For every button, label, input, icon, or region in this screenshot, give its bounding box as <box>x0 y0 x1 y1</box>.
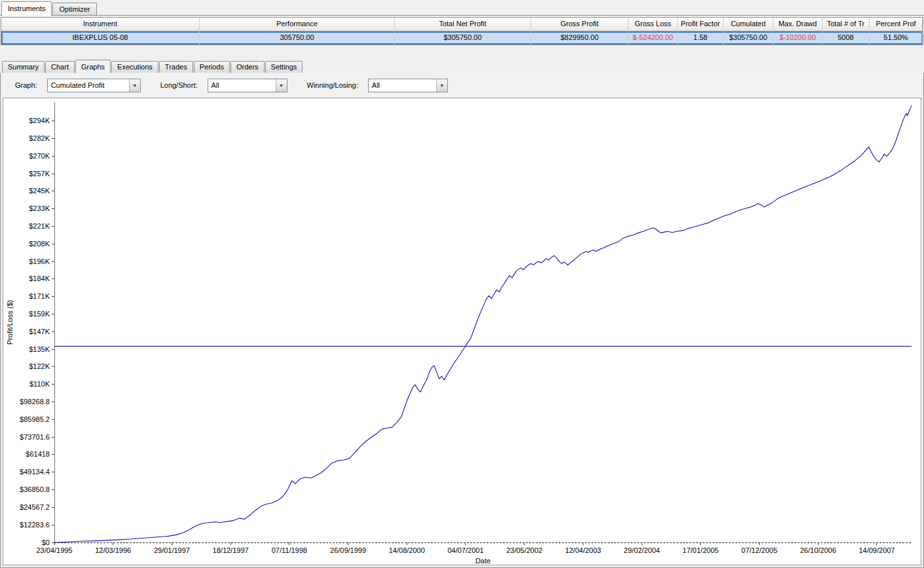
tab-optimizer[interactable]: Optimizer <box>52 3 96 15</box>
svg-text:26/09/1999: 26/09/1999 <box>330 546 366 554</box>
svg-text:23/05/2002: 23/05/2002 <box>506 546 542 554</box>
svg-text:12/03/1996: 12/03/1996 <box>95 546 131 554</box>
svg-text:14/09/2007: 14/09/2007 <box>859 546 895 554</box>
svg-text:Profit/Loss ($): Profit/Loss ($) <box>6 300 14 345</box>
chevron-down-icon[interactable]: ▼ <box>129 79 140 92</box>
tab-periods[interactable]: Periods <box>194 61 230 73</box>
instruments-table: Instrument Performance Total Net Profit … <box>1 17 923 45</box>
cell-instrument: IBEXPLUS 05-08 <box>1 31 200 45</box>
cumulated-profit-chart[interactable]: $0$12283.6$24567.2$36850.8$49134.4$61418… <box>3 98 921 565</box>
cell-performance: 305750.00 <box>200 31 395 45</box>
svg-text:29/02/2004: 29/02/2004 <box>624 546 660 554</box>
graph-label: Graph: <box>15 81 37 89</box>
column-header-gross-loss[interactable]: Gross Loss <box>629 18 678 31</box>
svg-text:$208K: $208K <box>29 240 50 248</box>
svg-text:$159K: $159K <box>29 310 50 318</box>
svg-text:$147K: $147K <box>29 328 50 335</box>
svg-text:$221K: $221K <box>29 222 50 230</box>
svg-text:17/01/2005: 17/01/2005 <box>682 546 718 554</box>
svg-text:23/04/1995: 23/04/1995 <box>36 546 72 554</box>
instruments-table-header: Instrument Performance Total Net Profit … <box>1 18 923 31</box>
spacer <box>0 45 924 59</box>
svg-text:$98268.8: $98268.8 <box>20 398 50 406</box>
cell-total-net-profit: $305750.00 <box>395 31 531 45</box>
cell-gross-profit: $829950.00 <box>531 31 629 45</box>
svg-text:14/08/2000: 14/08/2000 <box>389 546 425 554</box>
svg-text:$135K: $135K <box>29 345 50 353</box>
cell-max-drawdown: $-10200.00 <box>773 31 822 45</box>
svg-text:$85985.2: $85985.2 <box>20 415 50 423</box>
graphs-panel: Graph: Cumulated Profit ▼ Long/Short: Al… <box>0 72 924 568</box>
chart-area: $0$12283.6$24567.2$36850.8$49134.4$61418… <box>3 98 921 565</box>
long-short-combobox-value: All <box>208 79 276 92</box>
long-short-combobox[interactable]: All ▼ <box>208 79 287 92</box>
svg-text:$61418: $61418 <box>26 450 50 458</box>
chevron-down-icon[interactable]: ▼ <box>276 79 287 92</box>
svg-text:$12283.6: $12283.6 <box>20 521 50 529</box>
column-header-max-drawdown[interactable]: Max. Drawd <box>773 18 822 31</box>
cell-gross-loss: $-524200.00 <box>629 31 678 45</box>
column-header-gross-profit[interactable]: Gross Profit <box>531 18 629 31</box>
svg-text:$184K: $184K <box>29 275 50 282</box>
winning-losing-combobox[interactable]: All ▼ <box>368 79 448 92</box>
tab-graphs[interactable]: Graphs <box>75 60 111 73</box>
column-header-total-net-profit[interactable]: Total Net Profit <box>395 18 531 31</box>
svg-text:$36850.8: $36850.8 <box>20 485 50 493</box>
column-header-instrument[interactable]: Instrument <box>1 18 200 31</box>
svg-text:07/11/1998: 07/11/1998 <box>272 546 307 554</box>
svg-text:$171K: $171K <box>29 292 50 300</box>
chevron-down-icon[interactable]: ▼ <box>436 79 447 92</box>
graph-combobox-value: Cumulated Profit <box>48 79 129 92</box>
svg-text:07/12/2005: 07/12/2005 <box>741 546 777 554</box>
tab-settings[interactable]: Settings <box>265 61 303 73</box>
svg-text:$0: $0 <box>42 539 50 546</box>
svg-text:$122K: $122K <box>29 362 50 370</box>
cell-total-trades: 5008 <box>822 31 870 45</box>
svg-text:Date: Date <box>475 557 490 565</box>
tab-executions[interactable]: Executions <box>111 61 158 73</box>
tab-orders[interactable]: Orders <box>231 61 265 73</box>
cell-profit-factor: 1.58 <box>678 31 724 45</box>
column-header-profit-factor[interactable]: Profit Factor <box>678 18 724 31</box>
svg-text:$294K: $294K <box>29 117 50 124</box>
cell-percent-profitable: 51.50% <box>870 31 923 45</box>
svg-text:$196K: $196K <box>29 257 50 265</box>
column-header-performance[interactable]: Performance <box>200 18 395 31</box>
table-row[interactable]: IBEXPLUS 05-08 305750.00 $305750.00 $829… <box>1 31 923 45</box>
long-short-label: Long/Short: <box>160 81 198 89</box>
svg-text:$270K: $270K <box>29 152 50 160</box>
svg-text:$233K: $233K <box>29 204 50 212</box>
winning-losing-label: Winning/Losing: <box>307 81 358 89</box>
main-tabbar: Instruments Optimizer <box>0 0 924 16</box>
cell-cumulated: $305750.00 <box>724 31 773 45</box>
svg-text:26/10/2006: 26/10/2006 <box>800 546 836 554</box>
svg-text:12/04/2003: 12/04/2003 <box>565 546 601 554</box>
tab-trades[interactable]: Trades <box>159 61 193 73</box>
detail-tabbar: Summary Chart Graphs Executions Trades P… <box>0 59 924 73</box>
tab-instruments[interactable]: Instruments <box>1 1 52 16</box>
svg-text:$245K: $245K <box>29 187 50 195</box>
column-header-percent-profitable[interactable]: Percent Prof <box>870 18 923 31</box>
svg-text:$24567.2: $24567.2 <box>20 503 50 511</box>
svg-text:29/01/1997: 29/01/1997 <box>154 546 190 554</box>
graph-combobox[interactable]: Cumulated Profit ▼ <box>47 79 141 92</box>
svg-text:$49134.4: $49134.4 <box>20 468 50 476</box>
svg-text:18/12/1997: 18/12/1997 <box>213 546 249 554</box>
column-header-cumulated[interactable]: Cumulated <box>724 18 773 31</box>
svg-text:$110K: $110K <box>29 380 50 388</box>
winning-losing-combobox-value: All <box>369 79 436 92</box>
graph-controls: Graph: Cumulated Profit ▼ Long/Short: Al… <box>1 73 923 98</box>
svg-text:$73701.6: $73701.6 <box>20 433 50 441</box>
svg-text:$257K: $257K <box>29 170 50 178</box>
column-header-total-trades[interactable]: Total # of Tr <box>822 18 870 31</box>
tab-summary[interactable]: Summary <box>2 61 45 73</box>
svg-text:$282K: $282K <box>29 134 50 142</box>
svg-text:04/07/2001: 04/07/2001 <box>447 546 483 554</box>
tab-chart[interactable]: Chart <box>45 61 75 73</box>
